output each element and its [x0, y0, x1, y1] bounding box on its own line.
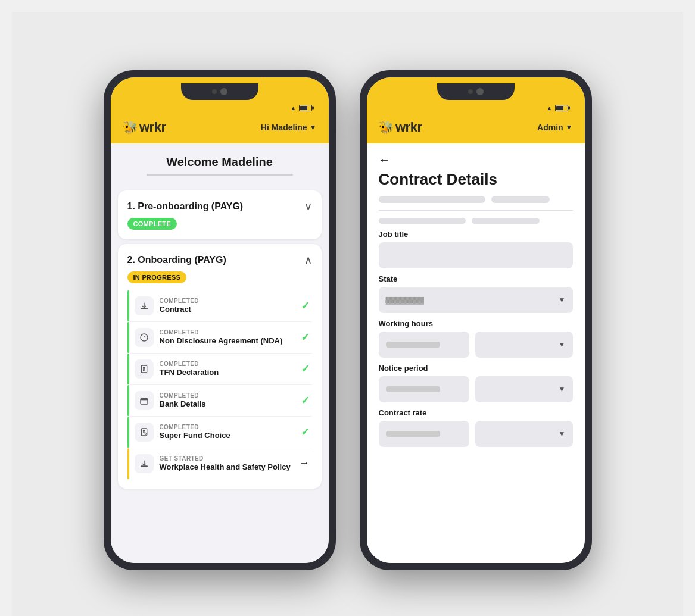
- left-logo-text: wrkr: [139, 120, 166, 135]
- task-contract-check-icon: ✓: [301, 299, 310, 312]
- right-logo-icon: 🐝: [379, 120, 394, 135]
- contract-title: Contract Details: [379, 170, 573, 189]
- skeleton-1b: [491, 196, 550, 203]
- left-wifi-icon: ▲: [291, 105, 297, 111]
- left-user-menu[interactable]: Hi Madeline ▼: [261, 123, 317, 132]
- progress-bar-container: [111, 174, 329, 186]
- task-whs-icon: [135, 454, 154, 473]
- right-user-menu[interactable]: Admin ▼: [537, 123, 572, 132]
- left-user-greeting: Hi Madeline: [261, 123, 307, 132]
- skeleton-2b: [472, 218, 540, 224]
- task-tfn-bar: [127, 354, 129, 384]
- task-nda-check-icon: ✓: [301, 331, 310, 344]
- task-whs[interactable]: GET STARTED Workplace Health and Safety …: [127, 448, 312, 479]
- right-phone: ▲ 🐝 wrkr Admin ▼: [360, 70, 592, 570]
- task-bank-status: COMPLETED: [160, 392, 295, 399]
- right-chevron-icon: ▼: [566, 123, 573, 132]
- notice-period-select[interactable]: ▼: [475, 376, 573, 402]
- state-label: State: [379, 274, 573, 283]
- contract-rate-row: ▼: [379, 421, 573, 447]
- left-chevron-icon: ▼: [310, 123, 317, 132]
- contract-rate-label: Contract rate: [379, 408, 573, 417]
- task-bank-name: Bank Details: [160, 399, 295, 408]
- section-pre-onboarding[interactable]: 1. Pre-onboarding (PAYG) ∨ COMPLETE: [118, 190, 322, 239]
- skeleton-row-2: [379, 218, 573, 224]
- section-2-title: 2. Onboarding (PAYG): [127, 255, 226, 265]
- contract-content: ← Contract Details Job title State: [367, 143, 585, 563]
- task-tfn-check-icon: ✓: [301, 362, 310, 376]
- right-user-label: Admin: [537, 123, 563, 132]
- task-whs-bar: [127, 448, 129, 479]
- task-list: COMPLETED Contract ✓: [127, 290, 312, 479]
- working-hours-select[interactable]: ▼: [475, 332, 573, 358]
- left-battery-icon: [299, 105, 312, 111]
- page-wrapper: ▲ 🐝 wrkr Hi Madeline ▼: [12, 12, 683, 616]
- left-phone: ▲ 🐝 wrkr Hi Madeline ▼: [104, 70, 336, 570]
- task-super-icon: [135, 423, 154, 442]
- section-2-badge: IN PROGRESS: [127, 271, 187, 283]
- right-app-header: 🐝 wrkr Admin ▼: [367, 115, 585, 143]
- task-tfn-name: TFN Declaration: [160, 368, 295, 377]
- notice-period-row: ▼: [379, 376, 573, 402]
- section-onboarding[interactable]: 2. Onboarding (PAYG) ∧ IN PROGRESS: [118, 244, 322, 489]
- task-nda[interactable]: COMPLETED Non Disclosure Agreement (NDA)…: [127, 322, 312, 354]
- notice-period-input[interactable]: [379, 376, 469, 402]
- task-tfn-text: COMPLETED TFN Declaration: [160, 361, 295, 377]
- task-whs-status: GET STARTED: [160, 455, 293, 462]
- task-bank[interactable]: COMPLETED Bank Details ✓: [127, 385, 312, 417]
- task-nda-name: Non Disclosure Agreement (NDA): [160, 336, 295, 345]
- task-whs-text: GET STARTED Workplace Health and Safety …: [160, 455, 293, 471]
- working-hours-label: Working hours: [379, 319, 573, 328]
- right-wifi-icon: ▲: [547, 105, 553, 111]
- back-arrow-icon[interactable]: ←: [379, 153, 573, 167]
- right-logo: 🐝 wrkr: [379, 120, 422, 135]
- section-2-chevron-icon[interactable]: ∧: [304, 254, 312, 267]
- svg-point-5: [145, 433, 147, 434]
- task-bank-check-icon: ✓: [301, 394, 310, 407]
- section-1-chevron-icon[interactable]: ∨: [304, 200, 312, 213]
- task-nda-text: COMPLETED Non Disclosure Agreement (NDA): [160, 329, 295, 345]
- working-hours-input[interactable]: [379, 332, 469, 358]
- task-contract-bar: [127, 290, 129, 321]
- state-select-chevron: ▼: [559, 296, 566, 304]
- section-1-title: 1. Pre-onboarding (PAYG): [127, 201, 244, 212]
- task-super-status: COMPLETED: [160, 424, 295, 430]
- task-contract-name: Contract: [160, 305, 295, 314]
- task-contract[interactable]: COMPLETED Contract ✓: [127, 290, 312, 322]
- task-super-bar: [127, 417, 129, 448]
- task-tfn-icon: [135, 359, 154, 379]
- divider-1: [379, 210, 573, 211]
- svg-rect-6: [141, 466, 147, 467]
- contract-rate-select[interactable]: ▼: [475, 421, 573, 447]
- left-phone-content: Welcome Madeline 1. Pre-onboarding (PAYG…: [111, 143, 329, 563]
- contract-rate-input[interactable]: [379, 421, 469, 447]
- task-super-name: Super Fund Choice: [160, 431, 295, 440]
- section-1-badge: COMPLETE: [127, 218, 177, 230]
- working-hours-row: ▼: [379, 332, 573, 358]
- skeleton-1a: [379, 196, 485, 203]
- task-bank-text: COMPLETED Bank Details: [160, 392, 295, 408]
- task-super[interactable]: COMPLETED Super Fund Choice ✓: [127, 417, 312, 448]
- task-tfn-status: COMPLETED: [160, 361, 295, 367]
- state-field-row: ▓▓▓▓▓▓▓▓ ▼: [379, 287, 573, 313]
- task-nda-status: COMPLETED: [160, 329, 295, 336]
- welcome-title: Welcome Madeline: [111, 143, 329, 174]
- task-super-check-icon: ✓: [301, 426, 310, 439]
- job-title-label: Job title: [379, 230, 573, 239]
- right-logo-text: wrkr: [395, 120, 422, 135]
- notice-period-label: Notice period: [379, 364, 573, 373]
- right-battery-icon: [555, 105, 568, 111]
- task-whs-name: Workplace Health and Safety Policy: [160, 462, 293, 471]
- left-logo: 🐝 wrkr: [123, 120, 166, 135]
- svg-rect-0: [141, 308, 147, 309]
- left-logo-icon: 🐝: [123, 120, 138, 135]
- task-whs-arrow-icon: →: [299, 457, 310, 470]
- task-tfn[interactable]: COMPLETED TFN Declaration ✓: [127, 354, 312, 385]
- skeleton-row-1: [379, 196, 573, 203]
- skeleton-2a: [379, 218, 466, 224]
- task-nda-bar: [127, 322, 129, 353]
- job-title-input[interactable]: [379, 242, 573, 268]
- task-contract-text: COMPLETED Contract: [160, 298, 295, 314]
- progress-bar: [147, 174, 293, 176]
- state-select[interactable]: ▓▓▓▓▓▓▓▓ ▼: [379, 287, 573, 313]
